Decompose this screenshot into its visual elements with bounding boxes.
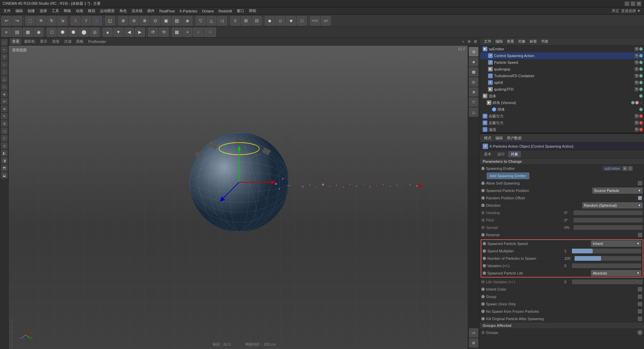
scene-tree-tab-book[interactable]: 书签 <box>540 39 550 44</box>
ls-btn-10[interactable]: ⊕ <box>1 105 8 112</box>
menu-octane[interactable]: Octane <box>200 8 216 14</box>
tb2-btn-6[interactable]: ⬢ <box>57 28 67 37</box>
tb-btn-6[interactable]: ▨ <box>172 16 182 26</box>
tb-btn-11[interactable]: S <box>230 16 240 26</box>
checkbox-random-offset[interactable]: ✓ <box>638 196 642 200</box>
prop-clear-icon[interactable]: ✕ <box>628 166 633 171</box>
tb-btn-14[interactable]: ◆ <box>265 16 275 26</box>
scene-tree-tab-file[interactable]: 文件 <box>483 39 493 44</box>
menu-help[interactable]: 帮助 <box>247 8 258 14</box>
ls-btn-13[interactable]: ◁ <box>1 128 8 134</box>
ls-btn-14[interactable]: ▽ <box>1 135 8 142</box>
tb2-btn-1[interactable]: ⊕ <box>1 28 11 37</box>
ls-btn-18[interactable]: ⬒ <box>1 164 8 171</box>
prop-tab-object[interactable]: 对象 <box>508 151 521 157</box>
window-controls[interactable]: ─ □ ✕ <box>625 1 641 6</box>
menu-tools[interactable]: 工具 <box>50 8 61 14</box>
ls-btn-1[interactable]: ⬚ <box>1 39 8 46</box>
tb2-btn-5[interactable]: ⬡ <box>47 28 57 37</box>
menu-char[interactable]: 角色 <box>117 8 129 14</box>
scene-tree-tab-obj[interactable]: 对象 <box>517 39 527 44</box>
prop-tab-basic[interactable]: 基本 <box>481 151 494 157</box>
tb-btn-13[interactable]: ⊟ <box>252 16 262 26</box>
tb-btn-3[interactable]: ⊗ <box>140 16 150 26</box>
checkbox-reverse[interactable] <box>638 233 642 237</box>
prop-header-tab-user[interactable]: 用户数据 <box>505 136 523 141</box>
ls-btn-7[interactable]: □ <box>1 83 8 90</box>
ls-btn-2[interactable]: + <box>1 46 8 53</box>
tree-item-control-spawning[interactable]: ⚡ Control Spawning Action ✎ <box>480 52 644 59</box>
tb-btn-4[interactable]: ⊙ <box>150 16 160 26</box>
tree-item-fluid[interactable]: ▶ 流体 <box>480 93 644 99</box>
tb2-btn-11[interactable]: ▼ <box>113 28 123 37</box>
tb-btn-1[interactable]: ⊕ <box>118 16 128 26</box>
prop-slider-life-var[interactable] <box>572 280 643 284</box>
prop-slider-speed-mult[interactable] <box>572 249 642 253</box>
scene-tree-tab-tag[interactable]: 标签 <box>528 39 538 44</box>
viewport[interactable]: 透视视图 <box>9 46 480 349</box>
prop-slider-spread[interactable] <box>574 225 643 230</box>
menu-mograph[interactable]: 运动图形 <box>98 8 117 14</box>
maximize-btn[interactable]: □ <box>631 1 635 6</box>
scale-btn[interactable]: ⇲ <box>57 16 67 26</box>
checkbox-kill-original[interactable] <box>638 317 642 321</box>
vp-tool-3[interactable]: ▩ <box>469 67 478 77</box>
tb-btn-10[interactable]: ◁ <box>217 16 227 26</box>
tb2-btn-7[interactable]: ⬣ <box>68 28 78 37</box>
menu-window[interactable]: 窗口 <box>235 8 246 14</box>
tb2-btn-8[interactable]: ⬤ <box>79 28 89 37</box>
ls-btn-3[interactable]: ? <box>1 54 8 60</box>
tb-btn-12[interactable]: ⊞ <box>241 16 251 26</box>
ls-btn-6[interactable]: △ <box>1 76 8 83</box>
tb-btn-7[interactable]: ◈ <box>182 16 193 26</box>
y-axis-btn[interactable]: Y <box>81 16 91 26</box>
prop-slider-variation[interactable] <box>572 263 642 268</box>
menu-sim[interactable]: 模拟 <box>86 8 97 14</box>
menu-mesh[interactable]: 网格 <box>62 8 73 14</box>
tb2-btn-13[interactable]: ▶ <box>135 28 145 37</box>
close-btn[interactable]: ✕ <box>637 1 641 6</box>
vp-tool-2[interactable]: ◈ <box>469 57 478 66</box>
z-axis-btn[interactable]: Z <box>92 16 102 26</box>
prop-dropdown-spawned-life[interactable]: Absolute ▼ <box>591 270 641 276</box>
vp-tool-4[interactable]: ◎ <box>469 77 478 87</box>
checkbox-no-spawn-frozen[interactable] <box>638 309 642 313</box>
tb2-btn-2[interactable]: ▤ <box>12 28 22 37</box>
menu-xparticles[interactable]: X-Particles <box>177 8 199 14</box>
tb2-btn-12[interactable]: ◀ <box>124 28 134 37</box>
tb2-btn-10[interactable]: ▲ <box>103 28 113 37</box>
prop-header-tab-mode[interactable]: 模式 <box>483 136 493 141</box>
tree-item-xpemitter[interactable]: ▶ xpEmitter ✎ <box>480 46 644 52</box>
tb-btn-17[interactable]: □ <box>297 16 307 26</box>
prop-slider-pitch[interactable] <box>574 218 643 222</box>
tb-btn-16[interactable]: ■ <box>286 16 296 26</box>
menu-file[interactable]: 文件 <box>1 8 13 14</box>
tree-item-right-attract[interactable]: ⟳ 右吸引力 ✎ <box>480 113 644 119</box>
ls-btn-8[interactable]: ◈ <box>1 91 8 97</box>
tree-item-xpkill[interactable]: ✕ xpKill ✎ <box>480 79 644 86</box>
tree-item-turbulence[interactable]: ~ 湍流 ✎ <box>480 126 644 133</box>
prop-dropdown-direction[interactable]: Random (Spherical) ▼ <box>582 202 643 208</box>
menu-anim[interactable]: 动画 <box>74 8 85 14</box>
tree-item-left-attract[interactable]: ⟳ 左吸引力 ✎ <box>480 119 644 126</box>
vp-tab-camera[interactable]: 查看 <box>10 38 21 45</box>
tb-btn-19[interactable]: QR <box>321 16 331 26</box>
menu-redshift[interactable]: Redshift <box>217 8 234 14</box>
ls-btn-9[interactable]: ⟳ <box>1 98 8 105</box>
vp-tab-view[interactable]: 摄影机 <box>22 38 37 45</box>
tb-btn-5[interactable]: ▣ <box>161 16 171 26</box>
ls-btn-19[interactable]: ⬓ <box>1 172 8 179</box>
tree-item-qudongtfd[interactable]: ▶ qudongTFD ✎ <box>480 86 644 93</box>
prop-dropdown-spawned-pos[interactable]: Source Particle ▼ <box>592 188 643 194</box>
vp-tool-7[interactable]: △ <box>469 107 478 117</box>
tb-btn-15[interactable]: ◇ <box>275 16 285 26</box>
vp-btn-1[interactable]: + <box>461 39 466 44</box>
prop-groups-icon[interactable]: ⟳ <box>637 330 643 335</box>
vp-btn-2[interactable]: ⊕ <box>466 39 472 44</box>
prop-slider-heading[interactable] <box>574 210 643 215</box>
prop-tab-run[interactable]: 运行 <box>495 151 507 157</box>
undo-btn[interactable]: ↩ <box>1 16 11 26</box>
tb-btn-9[interactable]: △ <box>206 16 216 26</box>
x-axis-btn[interactable]: X <box>70 16 80 26</box>
vp-tab-options[interactable]: 选项 <box>50 38 61 45</box>
